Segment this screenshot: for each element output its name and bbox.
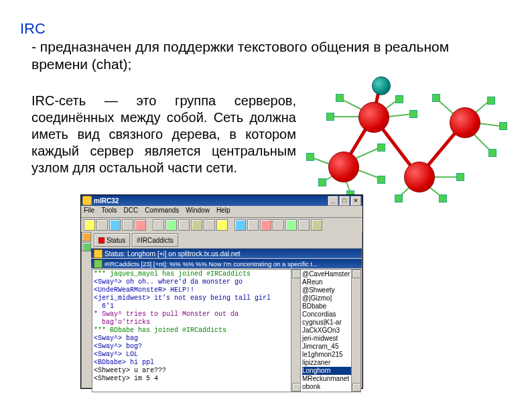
toolbar-button[interactable] <box>235 219 246 231</box>
server-node-red <box>358 102 389 133</box>
chat-line: <Sway^> oh oh.. where'd da monster go <box>94 278 299 286</box>
left-icon-column <box>82 232 90 387</box>
menu-item[interactable]: File <box>84 207 94 214</box>
client-node <box>326 113 334 121</box>
chat-line: <UndeRWeaRMonsteR> HELP!! <box>94 286 299 294</box>
toolbar-button[interactable] <box>178 219 190 231</box>
window-title: mIRC32 <box>94 197 119 205</box>
menu-item[interactable]: Window <box>186 207 210 214</box>
channel-header-text: #IRCaddicts [23] [+nt]: %% %% %% Now I'm… <box>105 260 318 268</box>
chat-line: <Sway^> bag <box>94 335 299 343</box>
client-node <box>377 144 385 152</box>
chat-line: <BDbabe> hi ppl <box>94 359 299 367</box>
close-button[interactable]: × <box>350 196 361 206</box>
toolbar-button[interactable] <box>135 219 146 231</box>
client-node <box>306 153 314 161</box>
chat-line: <Sway^> bog? <box>94 343 299 351</box>
toolbar-button[interactable] <box>298 219 310 231</box>
chat-line: *** jaques_mayol has joined #IRCaddicts <box>94 270 299 278</box>
scrollbar[interactable] <box>351 270 360 392</box>
desc-purpose: - предназначен для поддержки текстового … <box>31 38 480 74</box>
menu-item[interactable]: DCC <box>123 207 138 214</box>
client-node <box>377 176 385 184</box>
chat-line: 6'1 <box>94 302 299 310</box>
svg-line-7 <box>388 114 412 117</box>
chat-line: <jeri_midwest> it's not easy being tall … <box>94 294 299 302</box>
menu-item[interactable]: Help <box>216 207 230 214</box>
heading-irc: IRC <box>20 20 46 38</box>
minimize-button[interactable]: _ <box>328 196 338 206</box>
desc-network: IRC-сеть — это группа серверов, соединён… <box>31 93 296 176</box>
window-tab[interactable]: Status <box>94 233 130 247</box>
chat-line: <Sway^> LOL <box>94 351 299 359</box>
toolbar-button[interactable] <box>260 219 271 231</box>
toolbar-button[interactable] <box>311 219 322 231</box>
svg-line-11 <box>355 169 380 178</box>
toolbar-button[interactable] <box>273 219 284 231</box>
client-node <box>439 194 447 203</box>
client-node <box>432 94 440 102</box>
toolbar-button[interactable] <box>204 219 215 231</box>
client-node <box>487 97 495 105</box>
menubar[interactable]: FileToolsDCCCommandsWindowHelp <box>81 206 362 218</box>
left-icon[interactable] <box>82 242 91 251</box>
status-line: Status: Longhorn [+i] on splitrock.tx.us… <box>91 249 362 258</box>
channel-icon <box>94 260 103 268</box>
client-node <box>409 110 417 118</box>
client-node <box>456 173 464 181</box>
nick-list[interactable]: @CaveHamsterAReun@Shweety@|Gizmo|BDbabeC… <box>301 270 360 392</box>
scrollbar[interactable] <box>291 270 300 392</box>
chat-area: *** jaques_mayol has joined #IRCaddicts<… <box>92 269 361 392</box>
svg-line-12 <box>353 148 380 160</box>
server-node-red <box>328 152 359 182</box>
toolbar-button[interactable] <box>122 219 133 231</box>
server-node-red <box>404 162 435 192</box>
status-text: Status: Longhorn [+i] on splitrock.tx.us… <box>105 250 241 258</box>
network-diagram <box>305 72 526 207</box>
menu-item[interactable]: Tools <box>101 207 117 214</box>
toolbar-button[interactable] <box>191 219 202 231</box>
toolbar[interactable] <box>81 218 362 233</box>
chat-line: <Shweety> im 5 4 <box>94 375 299 383</box>
toolbar-button[interactable] <box>84 219 95 231</box>
chat-line: bag'o'tricks <box>94 319 299 327</box>
toolbar-button[interactable] <box>153 219 164 231</box>
mirc-window: mIRC32 _ □ × FileToolsDCCCommandsWindowH… <box>80 194 363 389</box>
titlebar[interactable]: mIRC32 _ □ × <box>81 195 362 206</box>
client-node <box>336 94 344 102</box>
toolbar-button[interactable] <box>285 219 297 231</box>
chat-line: <Shweety> u are??? <box>94 367 299 375</box>
toolbar-button[interactable] <box>247 219 259 231</box>
client-node <box>395 194 403 203</box>
left-icon[interactable] <box>82 232 91 241</box>
toolbar-button[interactable] <box>96 219 108 231</box>
chat-line: * Sway^ tries to pull Monster out da <box>94 310 299 319</box>
chat-log[interactable]: *** jaques_mayol has joined #IRCaddicts<… <box>92 270 301 392</box>
status-icon <box>94 249 103 258</box>
svg-line-18 <box>479 123 501 126</box>
chat-line: *** BDbabe has joined #IRCaddicts <box>94 327 299 335</box>
app-icon <box>82 196 92 205</box>
client-node <box>499 122 507 130</box>
channel-header: #IRCaddicts [23] [+nt]: %% %% %% Now I'm… <box>91 259 362 268</box>
toolbar-button[interactable] <box>109 219 121 231</box>
client-node <box>318 178 326 186</box>
window-tab[interactable]: #IRCaddicts <box>132 233 178 247</box>
client-node <box>488 149 496 157</box>
menu-item[interactable]: Commands <box>145 207 179 214</box>
client-node <box>395 95 403 103</box>
maximize-button[interactable]: □ <box>339 196 350 206</box>
toolbar-button[interactable] <box>216 219 228 231</box>
toolbar-button[interactable] <box>165 219 177 231</box>
server-node-teal <box>372 76 391 95</box>
server-node-red <box>450 107 480 138</box>
tabbar[interactable]: Status#IRCaddicts <box>91 232 362 249</box>
